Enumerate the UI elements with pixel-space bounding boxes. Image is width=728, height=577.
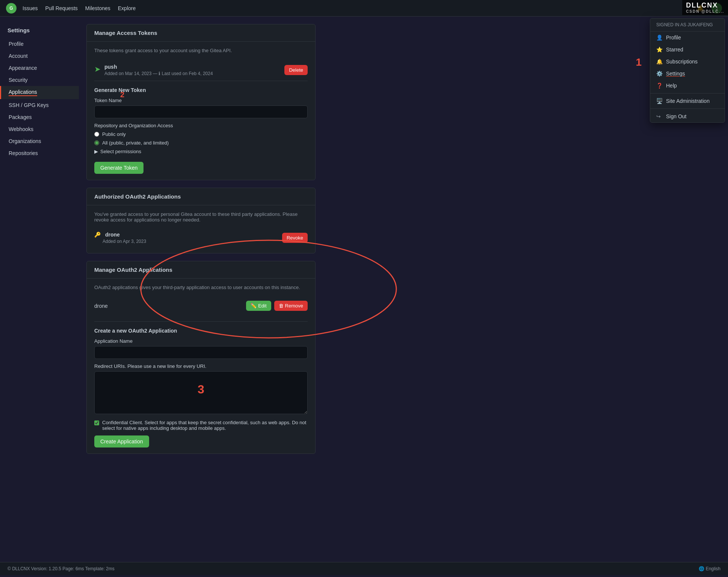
edit-label: Edit bbox=[258, 303, 266, 309]
nav-explore[interactable]: Explore bbox=[118, 5, 136, 11]
radio-public-only[interactable]: Public only bbox=[94, 131, 308, 137]
manage-oauth2-section: Manage OAuth2 Applications OAuth2 applic… bbox=[86, 261, 316, 454]
sidebar-item-applications[interactable]: Applications bbox=[0, 86, 79, 99]
repo-access-label: Repository and Organization Access bbox=[94, 123, 308, 128]
sidebar-item-packages[interactable]: Packages bbox=[0, 111, 79, 123]
dropdown-item-help[interactable]: ❓ Help bbox=[650, 80, 725, 92]
oauth2-app-name: drone bbox=[94, 303, 108, 309]
sidebar-item-repositories[interactable]: Repositories bbox=[0, 147, 79, 159]
drone-oauth2-name-row: 🔑 drone bbox=[94, 232, 146, 238]
user-avatar[interactable]: J bbox=[711, 3, 722, 14]
select-permissions-trigger[interactable]: ▶ Select permissions bbox=[94, 149, 308, 154]
radio-public-label: Public only bbox=[102, 131, 126, 137]
sidebar-item-appearance[interactable]: Appearance bbox=[0, 62, 79, 74]
token-meta: Added on Mar 14, 2023 — ℹ Last used on F… bbox=[104, 71, 213, 76]
bell-icon: 🔔 bbox=[656, 59, 662, 65]
nav-milestones[interactable]: Milestones bbox=[85, 5, 110, 11]
manage-oauth2-title: Manage OAuth2 Applications bbox=[87, 261, 315, 279]
manage-oauth2-description: OAuth2 applications gives your third-par… bbox=[94, 285, 308, 290]
main-content: Manage Access Tokens These tokens grant … bbox=[79, 17, 323, 562]
authorized-oauth2-section: Authorized OAuth2 Applications You've gr… bbox=[86, 188, 316, 253]
dropdown-label-signout: Sign Out bbox=[666, 113, 686, 119]
trash-icon: 🗑 bbox=[279, 303, 284, 309]
sidebar-item-ssh-gpg[interactable]: SSH / GPG Keys bbox=[0, 99, 79, 111]
revoke-button[interactable]: Revoke bbox=[282, 233, 308, 243]
dropdown-item-starred[interactable]: ⭐ Starred bbox=[650, 44, 725, 56]
app-name-label: Application Name bbox=[94, 338, 308, 344]
top-navbar: G Issues Pull Requests Milestones Explor… bbox=[0, 0, 728, 17]
authorized-oauth2-title: Authorized OAuth2 Applications bbox=[87, 188, 315, 205]
dropdown-label-starred: Starred bbox=[666, 47, 683, 53]
remove-button[interactable]: 🗑 Remove bbox=[274, 301, 308, 311]
token-added: Added on Mar 14, 2023 bbox=[104, 71, 151, 76]
token-dash: — bbox=[153, 71, 157, 76]
token-name: push bbox=[104, 64, 213, 70]
nav-pull-requests[interactable]: Pull Requests bbox=[45, 5, 77, 11]
drone-oauth2-row: 🔑 drone Added on Apr 3, 2023 Revoke bbox=[94, 229, 308, 247]
token-info: ➤ push Added on Mar 14, 2023 — ℹ Last us… bbox=[94, 64, 213, 76]
pencil-icon: ✏️ bbox=[251, 303, 257, 309]
dropdown-label-help: Help bbox=[666, 83, 677, 89]
profile-icon: 👤 bbox=[656, 35, 662, 41]
signout-icon: ↪ bbox=[656, 113, 662, 119]
repo-access-group: Repository and Organization Access Publi… bbox=[94, 123, 308, 146]
confidential-checkbox-row[interactable]: Confidential Client. Select for apps tha… bbox=[94, 420, 308, 431]
nav-links: Issues Pull Requests Milestones Explore bbox=[23, 5, 136, 11]
dropdown-signed-in-label: SIGNED IN AS JUKAIFENG bbox=[650, 18, 725, 32]
token-item: ➤ push Added on Mar 14, 2023 — ℹ Last us… bbox=[94, 59, 308, 81]
radio-public-input[interactable] bbox=[94, 132, 99, 137]
sidebar-title: Settings bbox=[0, 24, 79, 38]
sidebar-item-profile[interactable]: Profile bbox=[0, 38, 79, 50]
app-name-input[interactable] bbox=[94, 346, 308, 359]
sidebar-item-organizations[interactable]: Organizations bbox=[0, 135, 79, 147]
oauth2-app-row: drone ✏️ Edit 🗑 Remove bbox=[94, 296, 308, 315]
drone-oauth2-added: Added on Apr 3, 2023 bbox=[103, 239, 146, 244]
dropdown-label-profile: Profile bbox=[666, 35, 681, 41]
token-name-input[interactable] bbox=[94, 105, 308, 118]
dropdown-item-profile[interactable]: 👤 Profile bbox=[650, 32, 725, 44]
dropdown-item-subscriptions[interactable]: 🔔 Subscriptions bbox=[650, 56, 725, 68]
token-last-used: Last used on Feb 4, 2024 bbox=[162, 71, 213, 76]
confidential-label: Confidential Client. Select for apps tha… bbox=[102, 420, 308, 431]
notification-badge: 2 bbox=[704, 5, 706, 9]
radio-all[interactable]: All (public, private, and limited) bbox=[94, 140, 308, 146]
sidebar-item-account[interactable]: Account bbox=[0, 50, 79, 62]
oauth2-app-buttons: ✏️ Edit 🗑 Remove bbox=[246, 301, 308, 311]
dropdown-divider-2 bbox=[650, 108, 725, 109]
authorized-oauth2-body: You've granted access to your personal G… bbox=[87, 205, 315, 253]
info-icon[interactable]: ℹ bbox=[159, 71, 160, 76]
radio-all-input[interactable] bbox=[94, 140, 99, 145]
nav-issues[interactable]: Issues bbox=[23, 5, 38, 11]
page-footer: © DLLCNX Version: 1.20.5 Page: 6ms Templ… bbox=[0, 562, 728, 575]
sidebar-item-security[interactable]: Security bbox=[0, 74, 79, 86]
generate-token-form: Generate New Token Token Name Repository… bbox=[94, 87, 308, 174]
create-application-button[interactable]: Create Application bbox=[94, 435, 149, 447]
redirect-uris-textarea[interactable] bbox=[94, 371, 308, 414]
footer-right[interactable]: 🌐 English bbox=[699, 566, 720, 571]
drone-oauth2-name: drone bbox=[105, 232, 120, 238]
token-arrow-icon: ➤ bbox=[94, 65, 101, 74]
page-container: Settings Profile Account Appearance Secu… bbox=[0, 17, 728, 562]
create-oauth2-title: Create a new OAuth2 Application bbox=[94, 328, 308, 334]
user-dropdown-menu: SIGNED IN AS JUKAIFENG 👤 Profile ⭐ Starr… bbox=[650, 18, 725, 123]
delete-token-button[interactable]: Delete bbox=[284, 65, 308, 75]
access-tokens-description: These tokens grant access to your accoun… bbox=[94, 48, 308, 53]
dropdown-item-site-admin[interactable]: 🖥️ Site Administration bbox=[650, 95, 725, 107]
logo[interactable]: G bbox=[6, 3, 17, 14]
generate-token-title: Generate New Token bbox=[94, 87, 308, 93]
confidential-checkbox[interactable] bbox=[94, 420, 99, 425]
footer-left: © DLLCNX Version: 1.20.5 Page: 6ms Templ… bbox=[8, 566, 115, 571]
dropdown-label-settings: Settings bbox=[666, 71, 685, 77]
settings-sidebar: Settings Profile Account Appearance Secu… bbox=[0, 17, 79, 562]
create-oauth2-form: Create a new OAuth2 Application Applicat… bbox=[94, 321, 308, 447]
manage-oauth2-body: OAuth2 applications gives your third-par… bbox=[87, 279, 315, 453]
dropdown-item-signout[interactable]: ↪ Sign Out bbox=[650, 110, 725, 122]
redirect-uris-wrapper: Redirect URIs. Please use a new line for… bbox=[94, 363, 308, 415]
dropdown-item-settings[interactable]: ⚙️ Settings bbox=[650, 68, 725, 80]
generate-token-button[interactable]: Generate Token bbox=[94, 162, 143, 174]
key-icon: 🔑 bbox=[94, 232, 101, 238]
edit-button[interactable]: ✏️ Edit bbox=[246, 301, 271, 311]
notification-bell[interactable]: 🔔2 bbox=[696, 5, 706, 12]
sidebar-item-webhooks[interactable]: Webhooks bbox=[0, 123, 79, 135]
access-tokens-body: These tokens grant access to your accoun… bbox=[87, 42, 315, 180]
